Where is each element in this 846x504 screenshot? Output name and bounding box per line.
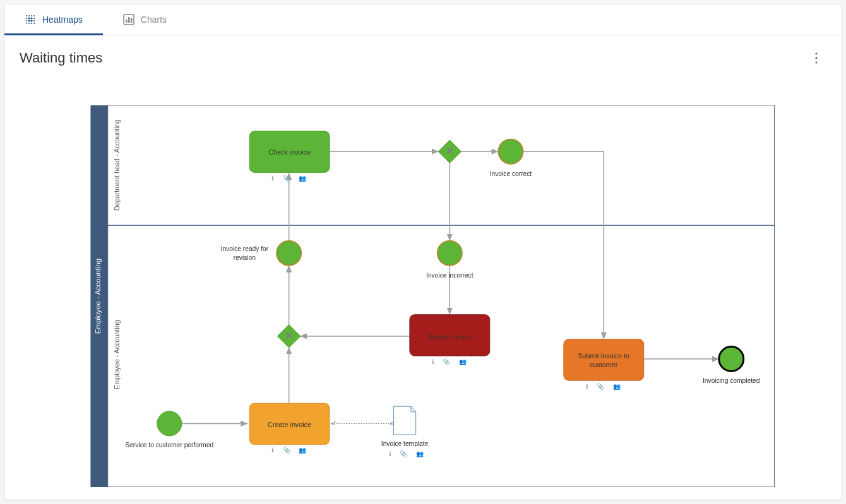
event-label: Invoice ready for [221, 245, 269, 252]
task-label: Create invoice [268, 421, 311, 428]
panel-title: Waiting times [20, 50, 102, 66]
event-invoice-ready[interactable] [277, 241, 301, 266]
svg-text:👥: 👥 [459, 358, 467, 366]
tab-charts[interactable]: Charts [103, 4, 187, 35]
svg-text:📎: 📎 [597, 382, 605, 390]
svg-point-8 [26, 20, 27, 21]
svg-text:ℹ: ℹ [271, 175, 274, 182]
event-label: Invoice incorrect [426, 272, 474, 279]
task-revise-invoice[interactable]: Revise invoice [410, 315, 490, 356]
panel-header: Waiting times [4, 35, 842, 74]
svg-text:✕: ✕ [285, 331, 293, 341]
svg-point-2 [31, 15, 32, 16]
svg-point-10 [30, 20, 32, 21]
end-event-invoicing-completed[interactable] [719, 347, 744, 372]
svg-point-4 [26, 18, 27, 19]
svg-point-7 [33, 18, 35, 19]
svg-text:ℹ: ℹ [271, 447, 274, 454]
task-label: Revise invoice [428, 333, 472, 341]
more-vertical-icon [815, 52, 818, 64]
svg-point-0 [26, 15, 27, 16]
tab-bar: Heatmaps Charts [4, 4, 842, 35]
start-event-service-performed[interactable] [157, 411, 182, 436]
svg-text:ℹ: ℹ [389, 450, 391, 457]
svg-rect-18 [128, 17, 130, 23]
event-label: Service to customer performed [125, 442, 213, 448]
svg-text:👥: 👥 [416, 450, 424, 458]
svg-rect-17 [126, 20, 128, 23]
svg-text:ℹ: ℹ [432, 358, 434, 365]
svg-text:📎: 📎 [400, 450, 408, 458]
svg-point-13 [28, 23, 30, 24]
tab-heatmaps[interactable]: Heatmaps [4, 4, 103, 35]
svg-point-11 [33, 20, 35, 21]
svg-point-1 [28, 15, 30, 16]
chart-icon [123, 14, 134, 25]
event-invoice-correct[interactable] [498, 139, 523, 164]
event-label: revision [234, 254, 256, 261]
svg-text:📎: 📎 [283, 174, 291, 182]
svg-point-21 [815, 57, 817, 59]
svg-point-20 [815, 52, 817, 54]
svg-point-3 [33, 15, 35, 16]
bpmn-diagram[interactable]: Employee - Accounting Department head - … [36, 105, 829, 487]
svg-text:✕: ✕ [446, 146, 454, 156]
event-invoice-incorrect[interactable] [438, 241, 462, 266]
lane-top-label: Department head - Accounting [113, 119, 121, 211]
svg-rect-39 [564, 339, 644, 380]
data-object-invoice-template[interactable] [394, 406, 416, 435]
artifact-label: Invoice template [381, 440, 429, 447]
svg-text:👥: 👥 [299, 446, 307, 454]
svg-point-30 [498, 139, 523, 164]
diagram-canvas[interactable]: Employee - Accounting Department head - … [36, 105, 829, 487]
lane-top[interactable] [108, 105, 775, 225]
task-label: Submit invoice to [578, 352, 629, 360]
svg-text:📎: 📎 [443, 358, 451, 366]
svg-point-32 [277, 241, 301, 266]
task-submit-invoice[interactable]: Submit invoice to customer [564, 339, 644, 380]
svg-text:👥: 👥 [299, 174, 307, 182]
lane-bottom-label: Employee - Accounting [113, 320, 121, 389]
svg-point-31 [438, 241, 462, 266]
svg-point-15 [33, 23, 35, 24]
task-create-invoice[interactable]: Create invoice [249, 403, 330, 444]
event-label: Invoice correct [490, 170, 532, 177]
grid-icon [25, 14, 36, 25]
task-label: Check invoice [268, 148, 311, 156]
tab-label: Heatmaps [42, 15, 83, 25]
svg-text:📎: 📎 [283, 446, 291, 454]
svg-point-48 [157, 411, 182, 436]
svg-point-9 [28, 20, 30, 21]
svg-point-6 [30, 17, 32, 19]
analysis-card: Heatmaps Charts Waiting times [4, 4, 842, 500]
svg-point-12 [26, 23, 27, 24]
svg-point-22 [815, 61, 817, 63]
task-check-invoice[interactable]: Check invoice [249, 131, 330, 172]
tab-label: Charts [141, 15, 167, 25]
svg-rect-19 [131, 18, 133, 23]
svg-point-5 [28, 17, 30, 19]
event-label: Invoicing completed [703, 377, 760, 384]
svg-point-43 [719, 347, 744, 372]
svg-text:👥: 👥 [613, 382, 621, 390]
task-label: customer [590, 361, 618, 368]
pool-label: Employee - Accounting [93, 259, 102, 334]
svg-point-14 [31, 23, 32, 24]
more-menu-button[interactable] [806, 48, 826, 68]
svg-text:ℹ: ℹ [586, 383, 588, 390]
